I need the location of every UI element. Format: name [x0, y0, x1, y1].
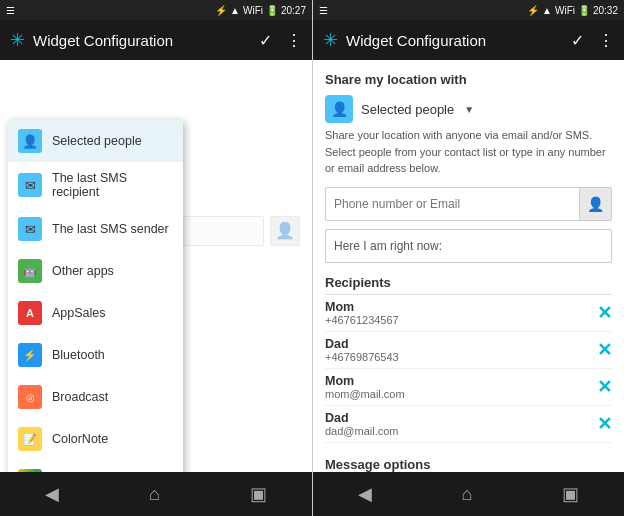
here-i-am-box: Here I am right now:	[325, 229, 612, 263]
wifi-icon: WiFi	[243, 5, 263, 16]
recipient-name-0: Mom	[325, 300, 399, 314]
selected-people-dropdown-icon: 👤	[18, 129, 42, 153]
right-back-button[interactable]: ◀	[358, 483, 372, 505]
right-recents-button[interactable]: ▣	[562, 483, 579, 505]
right-share-description: Share your location with anyone via emai…	[325, 127, 612, 177]
contact-picker-button[interactable]: 👤	[579, 188, 611, 220]
left-home-button[interactable]: ⌂	[149, 484, 160, 505]
right-time: 20:32	[593, 5, 618, 16]
other-apps-icon: 🤖	[18, 259, 42, 283]
battery-icon: 🔋	[266, 5, 278, 16]
right-section-title: Share my location with	[325, 72, 612, 87]
left-action-bar: ✳ Widget Configuration ✓ ⋮	[0, 20, 312, 60]
dropdown-item-selected-people[interactable]: 👤 Selected people	[8, 120, 183, 162]
dropdown-item-appsales[interactable]: A AppSales	[8, 292, 183, 334]
dropdown-label-last-sms-sender: The last SMS sender	[52, 222, 169, 236]
right-sp-label: Selected people	[361, 102, 454, 117]
right-action-bar-title: Widget Configuration	[346, 32, 563, 49]
left-status-bar: ☰ ⚡ ▲ WiFi 🔋 20:27	[0, 0, 312, 20]
appsales-icon: A	[18, 301, 42, 325]
recipient-info-1: Dad +46769876543	[325, 337, 399, 363]
right-status-bar-right: ⚡ ▲ WiFi 🔋 20:32	[527, 5, 618, 16]
right-menu-button[interactable]: ⋮	[598, 31, 614, 50]
status-bar-left-icons: ☰	[6, 5, 15, 16]
right-wifi-icon: WiFi	[555, 5, 575, 16]
phone-email-input[interactable]	[326, 197, 579, 211]
dropdown-label-appsales: AppSales	[52, 306, 106, 320]
notification-icon: ☰	[6, 5, 15, 16]
remove-recipient-1[interactable]: ✕	[597, 339, 612, 361]
broadcast-icon: ◎	[18, 385, 42, 409]
bluetooth-status-icon: ⚡	[215, 5, 227, 16]
recipient-contact-0: +46761234567	[325, 314, 399, 326]
left-menu-button[interactable]: ⋮	[286, 31, 302, 50]
dropdown-item-bluetooth[interactable]: ⚡ Bluetooth	[8, 334, 183, 376]
recipient-contact-3: dad@mail.com	[325, 425, 399, 437]
right-signal-icon: ▲	[542, 5, 552, 16]
last-sms-sender-icon: ✉	[18, 217, 42, 241]
recipient-name-3: Dad	[325, 411, 399, 425]
dropdown-label-other-apps: Other apps	[52, 264, 114, 278]
right-app-icon: ✳	[323, 29, 338, 51]
left-recents-button[interactable]: ▣	[250, 483, 267, 505]
left-time: 20:27	[281, 5, 306, 16]
recipient-name-1: Dad	[325, 337, 399, 351]
remove-recipient-3[interactable]: ✕	[597, 413, 612, 435]
right-battery-icon: 🔋	[578, 5, 590, 16]
right-bluetooth-icon: ⚡	[527, 5, 539, 16]
signal-icon: ▲	[230, 5, 240, 16]
left-input-btn: 👤	[270, 216, 300, 246]
recipient-info-0: Mom +46761234567	[325, 300, 399, 326]
right-status-bar: ☰ ⚡ ▲ WiFi 🔋 20:32	[313, 0, 624, 20]
left-check-button[interactable]: ✓	[259, 31, 272, 50]
recipients-title: Recipients	[325, 275, 612, 295]
table-row: Dad dad@mail.com ✕	[325, 406, 612, 443]
dropdown-item-broadcast[interactable]: ◎ Broadcast	[8, 376, 183, 418]
right-check-button[interactable]: ✓	[571, 31, 584, 50]
status-bar-right: ⚡ ▲ WiFi 🔋 20:27	[215, 5, 306, 16]
left-action-bar-title: Widget Configuration	[33, 32, 251, 49]
recipients-section: Recipients Mom +46761234567 ✕ Dad +46769…	[325, 275, 612, 443]
remove-recipient-2[interactable]: ✕	[597, 376, 612, 398]
dropdown-label-broadcast: Broadcast	[52, 390, 108, 404]
colornote-icon: 📝	[18, 427, 42, 451]
table-row: Mom +46761234567 ✕	[325, 295, 612, 332]
dropdown-item-last-sms-sender[interactable]: ✉ The last SMS sender	[8, 208, 183, 250]
right-notification-icon: ☰	[319, 5, 328, 16]
remove-recipient-0[interactable]: ✕	[597, 302, 612, 324]
table-row: Dad +46769876543 ✕	[325, 332, 612, 369]
dropdown-item-drive[interactable]: ▲ Drive	[8, 460, 183, 472]
dropdown-label-selected-people: Selected people	[52, 134, 142, 148]
right-sp-icon: 👤	[325, 95, 353, 123]
dropdown-item-other-apps[interactable]: 🤖 Other apps	[8, 250, 183, 292]
app-icon: ✳	[10, 29, 25, 51]
dropdown-item-colornote[interactable]: 📝 ColorNote	[8, 418, 183, 460]
left-dropdown-menu: 👤 Selected people ✉ The last SMS recipie…	[8, 120, 183, 472]
recipient-name-2: Mom	[325, 374, 405, 388]
drive-icon: ▲	[18, 469, 42, 472]
recipient-info-3: Dad dad@mail.com	[325, 411, 399, 437]
right-home-button[interactable]: ⌂	[462, 484, 473, 505]
right-dropdown-arrow: ▼	[464, 104, 474, 115]
left-back-button[interactable]: ◀	[45, 483, 59, 505]
message-options-title: Message options	[325, 451, 612, 473]
dropdown-label-last-sms-recipient: The last SMS recipient	[52, 171, 173, 199]
left-action-bar-actions: ✓ ⋮	[259, 31, 302, 50]
right-bottom-nav: ◀ ⌂ ▣	[313, 472, 624, 516]
last-sms-recipient-icon: ✉	[18, 173, 42, 197]
dropdown-label-bluetooth: Bluetooth	[52, 348, 105, 362]
left-phone-panel: ☰ ⚡ ▲ WiFi 🔋 20:27 ✳ Widget Configuratio…	[0, 0, 312, 516]
right-phone-panel: ☰ ⚡ ▲ WiFi 🔋 20:32 ✳ Widget Configuratio…	[312, 0, 624, 516]
table-row: Mom mom@mail.com ✕	[325, 369, 612, 406]
recipient-contact-2: mom@mail.com	[325, 388, 405, 400]
right-action-bar-actions: ✓ ⋮	[571, 31, 614, 50]
left-bottom-nav: ◀ ⌂ ▣	[0, 472, 312, 516]
right-content: Share my location with 👤 Selected people…	[313, 60, 624, 472]
bluetooth-icon: ⚡	[18, 343, 42, 367]
here-i-am-text: Here I am right now:	[334, 239, 442, 253]
dropdown-item-last-sms-recipient[interactable]: ✉ The last SMS recipient	[8, 162, 183, 208]
dropdown-label-colornote: ColorNote	[52, 432, 108, 446]
right-status-bar-left: ☰	[319, 5, 328, 16]
right-action-bar: ✳ Widget Configuration ✓ ⋮	[313, 20, 624, 60]
recipient-info-2: Mom mom@mail.com	[325, 374, 405, 400]
